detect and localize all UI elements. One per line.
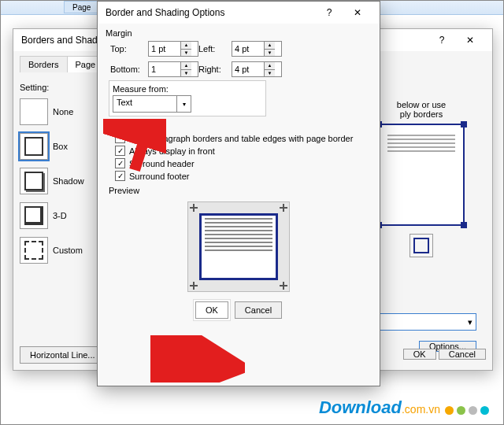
setting-3d-label: 3-D <box>53 211 67 220</box>
top-spinner[interactable]: ▲▼ <box>148 41 198 57</box>
back-preview-area: below or use ply borders <box>370 100 472 257</box>
setting-box-label: Box <box>53 142 68 151</box>
chevron-down-icon: ▾ <box>176 96 191 112</box>
margin-grid: Top: ▲▼ Left: ▲▼ Bottom: ▲▼ Right: ▲▼ <box>110 41 367 77</box>
left-label: Left: <box>198 44 232 54</box>
measure-from-label: Measure from: <box>113 84 262 94</box>
bottom-spinner[interactable]: ▲▼ <box>148 61 198 77</box>
bottom-input[interactable] <box>149 62 180 76</box>
top-label: Top: <box>110 44 148 54</box>
right-label: Right: <box>198 65 232 74</box>
chevron-down-icon: ▾ <box>468 314 472 330</box>
svg-line-0 <box>135 125 149 170</box>
spin-down-icon[interactable]: ▼ <box>181 50 191 57</box>
close-icon[interactable]: ✕ <box>456 30 484 50</box>
setting-shadow-thumb <box>20 168 48 194</box>
setting-none[interactable]: None <box>20 97 106 127</box>
horizontal-line-button[interactable]: Horizontal Line... <box>20 346 106 364</box>
back-preview-frame <box>378 124 465 226</box>
watermark: Download.com.vn <box>319 397 440 418</box>
svg-line-1 <box>154 359 233 367</box>
setting-box[interactable]: Box <box>20 131 106 161</box>
setting-box-thumb <box>20 133 48 160</box>
measure-from-value: Text <box>113 96 176 112</box>
spin-up-icon[interactable]: ▲ <box>265 42 275 50</box>
spin-down-icon[interactable]: ▼ <box>265 50 275 57</box>
apply-border-icon[interactable] <box>410 234 433 257</box>
watermark-suffix: .com.vn <box>402 403 440 416</box>
back-ok-button[interactable]: OK <box>403 349 436 360</box>
spin-up-icon[interactable]: ▲ <box>181 42 191 50</box>
margin-group-label: Margin <box>106 28 372 38</box>
front-help-icon[interactable]: ? <box>315 2 343 23</box>
left-spinner[interactable]: ▲▼ <box>232 41 282 57</box>
front-preview-label: Preview <box>109 186 361 195</box>
setting-3d[interactable]: 3-D <box>20 201 106 231</box>
tab-borders[interactable]: Borders <box>20 56 68 72</box>
left-input[interactable] <box>232 42 264 56</box>
spin-down-icon[interactable]: ▼ <box>265 70 275 77</box>
front-close-icon[interactable]: ✕ <box>343 2 372 23</box>
front-preview-box <box>187 201 290 292</box>
setting-custom-thumb <box>20 237 48 264</box>
setting-none-thumb <box>20 98 48 125</box>
preview-hint: below or use ply borders <box>370 100 472 119</box>
spin-up-icon[interactable]: ▲ <box>181 62 191 70</box>
bottom-label: Bottom: <box>110 65 148 74</box>
annotation-arrow-measure <box>103 119 166 174</box>
measure-from-block: Measure from: Text ▾ <box>109 80 266 116</box>
front-button-row: OK Cancel <box>98 301 380 319</box>
setting-column: Setting: None Box Shadow 3-D Custom <box>20 83 106 270</box>
border-shading-options-dialog: Border and Shading Options ? ✕ Margin To… <box>97 1 380 386</box>
ok-button[interactable]: OK <box>195 301 228 319</box>
cancel-button[interactable]: Cancel <box>235 301 282 319</box>
color-dots <box>445 406 489 415</box>
annotation-arrow-ok <box>150 335 245 382</box>
setting-shadow[interactable]: Shadow <box>20 166 106 196</box>
back-cancel-button[interactable]: Cancel <box>439 349 486 360</box>
front-preview-area: Preview <box>109 186 369 292</box>
measure-from-select[interactable]: Text ▾ <box>113 95 191 113</box>
top-input[interactable] <box>149 42 180 56</box>
setting-label: Setting: <box>20 83 106 92</box>
front-preview-inner <box>199 213 278 280</box>
watermark-brand: Download <box>319 397 402 417</box>
front-title: Border and Shading Options <box>106 2 315 24</box>
setting-shadow-label: Shadow <box>53 176 84 186</box>
spin-up-icon[interactable]: ▲ <box>265 62 275 70</box>
setting-3d-thumb <box>20 202 48 229</box>
ribbon-group-page[interactable]: Page <box>64 1 99 13</box>
right-spinner[interactable]: ▲▼ <box>232 61 282 77</box>
setting-none-label: None <box>53 107 73 116</box>
right-input[interactable] <box>232 62 264 76</box>
spin-down-icon[interactable]: ▼ <box>181 70 191 77</box>
setting-custom[interactable]: Custom <box>20 235 106 265</box>
help-icon[interactable]: ? <box>428 30 456 50</box>
setting-custom-label: Custom <box>53 246 83 255</box>
front-titlebar: Border and Shading Options ? ✕ <box>98 2 380 24</box>
